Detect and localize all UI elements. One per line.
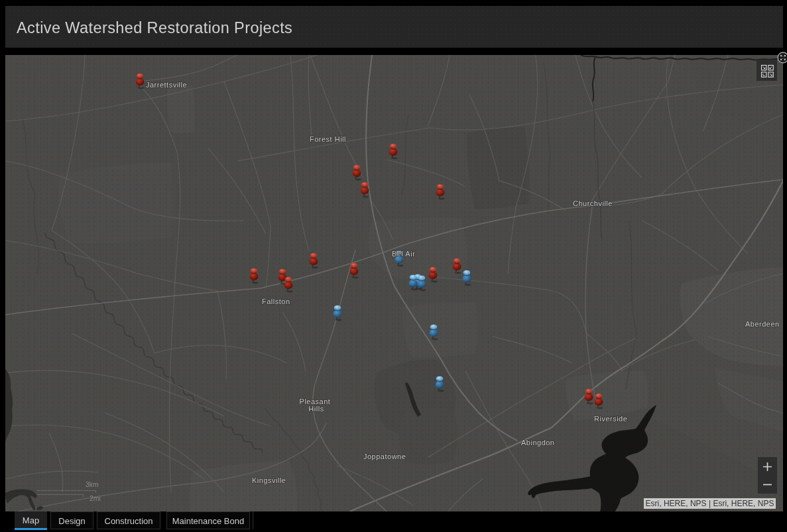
svg-text:3km: 3km xyxy=(86,480,99,488)
svg-text:2mi: 2mi xyxy=(90,494,101,502)
svg-text:Abingdon: Abingdon xyxy=(521,439,555,447)
svg-text:Forest Hill: Forest Hill xyxy=(310,135,346,143)
svg-text:Hills: Hills xyxy=(308,405,324,413)
svg-text:Riverside: Riverside xyxy=(594,415,627,423)
svg-text:Churchville: Churchville xyxy=(573,199,613,207)
svg-text:Aberdeen: Aberdeen xyxy=(745,320,780,328)
svg-text:Jarrettsville: Jarrettsville xyxy=(146,81,187,89)
svg-text:Kingsville: Kingsville xyxy=(252,476,286,484)
svg-text:Fallston: Fallston xyxy=(262,297,290,305)
svg-text:Bel Air: Bel Air xyxy=(392,250,415,258)
svg-text:Joppatowne: Joppatowne xyxy=(363,452,406,460)
